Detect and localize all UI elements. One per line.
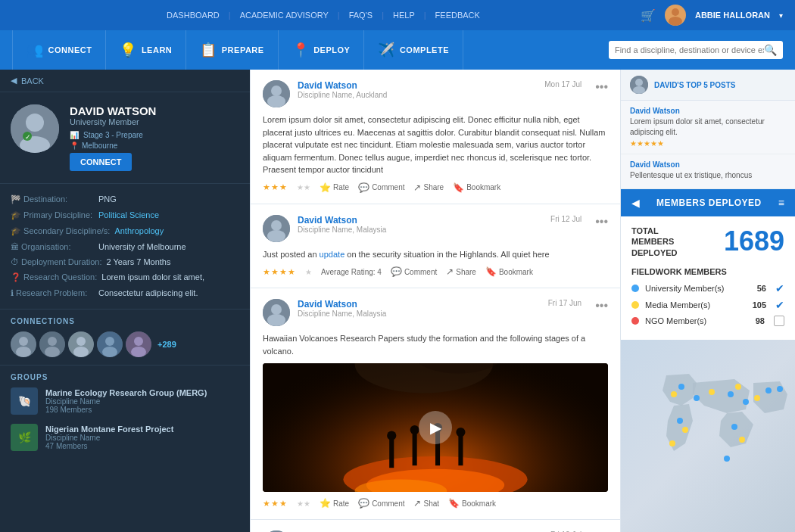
nav-link-advisory[interactable]: ACADEMIC ADVISORY bbox=[240, 11, 329, 20]
post-1-share-btn[interactable]: ↗ Share bbox=[413, 182, 444, 193]
post-1-avatar bbox=[263, 80, 290, 107]
post-1-rate-btn[interactable]: ⭐ Rate bbox=[320, 182, 349, 193]
svg-point-64 bbox=[682, 427, 688, 433]
search-icon[interactable]: 🔍 bbox=[764, 44, 777, 56]
connect-icon: 👥 bbox=[26, 42, 44, 58]
detail-research-question: ❓ Research Question: Lorem ipsum dolor s… bbox=[11, 269, 239, 285]
profile-location: 📍 Melbourne bbox=[70, 142, 239, 150]
svg-point-24 bbox=[267, 95, 285, 107]
nav-complete-label: COMPLETE bbox=[400, 45, 449, 54]
check-university[interactable]: ✔ bbox=[775, 282, 784, 294]
post-3-rate-btn[interactable]: ⭐ Rate bbox=[320, 498, 349, 509]
chevron-down-icon[interactable]: ▾ bbox=[779, 11, 783, 20]
david-posts-header: DAVID'S TOP 5 POSTS bbox=[621, 70, 795, 101]
members-deployed-panel: ◀ MEMBERS DEPLOYED ≡ TOTAL MEMBERS DEPLO… bbox=[621, 189, 795, 340]
group-item-nigerian[interactable]: 🌿 Nigerian Montane Forest Project Discip… bbox=[11, 424, 239, 451]
david-top-avatar bbox=[630, 76, 648, 94]
david-posts-title: DAVID'S TOP 5 POSTS bbox=[654, 81, 735, 89]
detail-destination: 🏁 Destination: PNG bbox=[11, 191, 239, 207]
post-2-link[interactable]: update bbox=[320, 250, 345, 259]
connection-avatar-3[interactable] bbox=[68, 331, 94, 357]
group-icon-merg: 🐚 bbox=[11, 387, 38, 415]
bookmark-icon-3: 🔖 bbox=[448, 498, 460, 509]
nav-link-feedback[interactable]: FEEDBACK bbox=[435, 11, 480, 20]
post-2-author[interactable]: David Watson bbox=[298, 215, 543, 226]
members-menu-icon[interactable]: ≡ bbox=[778, 197, 784, 209]
check-media[interactable]: ✔ bbox=[775, 299, 784, 311]
post-3-comment-btn[interactable]: 💬 Comment bbox=[358, 498, 404, 509]
nav-connect[interactable]: 👥 CONNECT bbox=[12, 30, 106, 70]
back-button[interactable]: ◀ BACK bbox=[0, 70, 250, 92]
members-back-icon[interactable]: ◀ bbox=[631, 197, 640, 209]
svg-point-27 bbox=[267, 230, 285, 242]
group-name-nigerian: Nigerian Montane Forest Project bbox=[45, 425, 173, 434]
svg-point-23 bbox=[271, 86, 282, 96]
group-info-merg: Marine Ecology Research Group (MERG) Dis… bbox=[45, 388, 207, 414]
play-button[interactable]: ▶ bbox=[419, 411, 452, 444]
complete-icon: ✈️ bbox=[378, 42, 395, 58]
nav-link-faq[interactable]: FAQ'S bbox=[349, 11, 373, 20]
connections-list: +289 bbox=[11, 331, 239, 357]
cart-icon[interactable]: 🛒 bbox=[641, 8, 656, 23]
svg-text:✓: ✓ bbox=[25, 133, 31, 141]
group-item-merg[interactable]: 🐚 Marine Ecology Research Group (MERG) D… bbox=[11, 387, 239, 415]
nav-items: 👥 CONNECT 💡 LEARN 📋 PREPARE 📍 DEPLOY ✈️ … bbox=[12, 30, 609, 70]
nav-prepare[interactable]: 📋 PREPARE bbox=[186, 30, 278, 70]
research-question-label: ❓ Research Question: bbox=[11, 272, 97, 282]
share-icon: ↗ bbox=[413, 182, 421, 193]
comment-icon-2: 💬 bbox=[391, 266, 402, 277]
post-1-bookmark-btn[interactable]: 🔖 Bookmark bbox=[453, 182, 500, 193]
connection-avatar-1[interactable] bbox=[11, 331, 36, 357]
connect-button[interactable]: CONNECT bbox=[70, 153, 132, 171]
david-post-stars-1: ★★★★★ bbox=[630, 139, 786, 148]
post-3-share-btn[interactable]: ↗ Shat bbox=[413, 498, 439, 509]
svg-point-51 bbox=[633, 86, 645, 94]
nav-link-dashboard[interactable]: DASHBOARD bbox=[167, 11, 220, 20]
search-input[interactable] bbox=[615, 45, 764, 54]
post-1-author[interactable]: David Watson bbox=[298, 80, 537, 91]
post-2-actions: ★★★★★ Average Rating: 4 💬 Comment ↗ Shar… bbox=[263, 266, 608, 277]
nav-deploy[interactable]: 📍 DEPLOY bbox=[279, 30, 365, 70]
organisation-value: University of Melbourne bbox=[98, 242, 186, 251]
svg-point-3 bbox=[26, 114, 44, 132]
connection-avatar-2[interactable] bbox=[39, 331, 65, 357]
nav-learn[interactable]: 💡 LEARN bbox=[106, 30, 186, 70]
post-1-comment-btn[interactable]: 💬 Comment bbox=[358, 182, 404, 193]
stage-icon: 📊 bbox=[70, 131, 79, 139]
post-3-more-icon[interactable]: ••• bbox=[595, 299, 608, 313]
svg-point-11 bbox=[48, 337, 57, 346]
nav-link-help[interactable]: HELP bbox=[393, 11, 415, 20]
profile-info: DAVID WATSON University Member 📊 Stage 3… bbox=[70, 104, 239, 171]
deployment-duration-value: 2 Years 7 Months bbox=[106, 257, 170, 266]
david-post-text-2: Pellentesque ut ex tristique, rhoncus bbox=[630, 170, 786, 181]
post-2-comment-btn[interactable]: 💬 Comment bbox=[391, 266, 437, 277]
post-2-header: David Watson Discipline Name, Malaysia F… bbox=[263, 215, 608, 242]
svg-point-59 bbox=[777, 386, 783, 392]
post-1-more-icon[interactable]: ••• bbox=[595, 80, 608, 94]
post-2-bookmark-btn[interactable]: 🔖 Bookmark bbox=[485, 266, 533, 277]
user-name[interactable]: ABBIE HALLORAN bbox=[695, 11, 770, 20]
post-2-share-btn[interactable]: ↗ Share bbox=[446, 266, 476, 277]
user-avatar bbox=[665, 5, 686, 26]
post-2-avatar bbox=[263, 215, 290, 242]
connection-avatar-4[interactable] bbox=[97, 331, 123, 357]
checkbox-ngo[interactable] bbox=[774, 316, 784, 326]
fieldwork-label-university: University Member(s) bbox=[645, 284, 751, 293]
post-3-body: Hawaiian Volcanoes Research Papers study… bbox=[263, 332, 608, 357]
david-post-author-1[interactable]: David Watson bbox=[630, 107, 786, 115]
svg-point-62 bbox=[735, 384, 741, 390]
post-3-bookmark-btn[interactable]: 🔖 Bookmark bbox=[448, 498, 496, 509]
profile-section: ✓ DAVID WATSON University Member 📊 Stage… bbox=[0, 92, 250, 184]
svg-point-15 bbox=[73, 347, 89, 357]
detail-primary-discipline: 🎓 Primary Discipline: Political Science bbox=[11, 207, 239, 223]
post-3-actions: ★★★★★ ⭐ Rate 💬 Comment ↗ Shat 🔖 Bookmark bbox=[263, 498, 608, 509]
post-3-author[interactable]: David Watson bbox=[298, 299, 541, 310]
david-post-author-2[interactable]: David Watson bbox=[630, 160, 786, 169]
svg-point-37 bbox=[387, 431, 396, 440]
post-1-body: Lorem ipsum dolor sit amet, consectetur … bbox=[263, 114, 608, 176]
connection-avatar-5[interactable] bbox=[126, 331, 151, 357]
members-panel-title: MEMBERS DEPLOYED bbox=[646, 198, 772, 208]
nav-complete[interactable]: ✈️ COMPLETE bbox=[364, 30, 463, 70]
post-2-more-icon[interactable]: ••• bbox=[595, 215, 608, 229]
fieldwork-label-ngo: NGO Member(s) bbox=[645, 316, 750, 325]
